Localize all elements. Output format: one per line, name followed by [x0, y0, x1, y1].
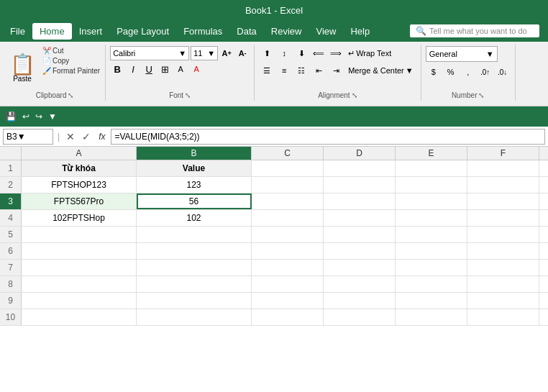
- cell-reference-box[interactable]: B3 ▼: [3, 129, 53, 145]
- indent-increase-button[interactable]: ⟹: [328, 46, 344, 60]
- cell-a4[interactable]: 102FPTSHop: [22, 210, 137, 226]
- rtl-button[interactable]: ⇤: [311, 63, 326, 78]
- paste-button[interactable]: 📋 Paste: [7, 46, 37, 91]
- cell-f1[interactable]: [467, 160, 539, 176]
- number-format-selector[interactable]: General ▼: [426, 46, 498, 62]
- cell-b9[interactable]: [137, 293, 252, 309]
- cell-c6[interactable]: [252, 243, 324, 259]
- decrease-font-button[interactable]: A-: [235, 46, 250, 60]
- cell-d6[interactable]: [324, 243, 396, 259]
- cell-f3[interactable]: [467, 193, 539, 209]
- cell-b1[interactable]: Value: [137, 160, 252, 176]
- col-header-f[interactable]: F: [467, 147, 539, 160]
- increase-decimal-button[interactable]: .0↑: [478, 65, 493, 79]
- left-align-button[interactable]: ☰: [259, 63, 275, 78]
- menu-view[interactable]: View: [309, 23, 343, 40]
- cell-b6[interactable]: [137, 243, 252, 259]
- cell-d1[interactable]: [324, 160, 396, 176]
- cell-c1[interactable]: [252, 160, 324, 176]
- cell-b2[interactable]: 123: [137, 177, 252, 193]
- cell-f8[interactable]: [467, 276, 539, 292]
- col-header-e[interactable]: E: [396, 147, 467, 160]
- cancel-formula-button[interactable]: ✕: [64, 131, 77, 142]
- cell-a9[interactable]: [22, 293, 137, 309]
- cell-a7[interactable]: [22, 260, 137, 275]
- cell-e8[interactable]: [396, 276, 467, 292]
- underline-button[interactable]: U: [142, 62, 156, 76]
- menu-page-layout[interactable]: Page Layout: [109, 23, 176, 40]
- cell-d7[interactable]: [324, 260, 396, 275]
- menu-insert[interactable]: Insert: [72, 23, 110, 40]
- confirm-formula-button[interactable]: ✓: [80, 131, 93, 142]
- cell-e6[interactable]: [396, 243, 467, 259]
- cell-a6[interactable]: [22, 243, 137, 259]
- cell-f10[interactable]: [467, 309, 539, 325]
- col-header-b[interactable]: B: [137, 147, 252, 160]
- cell-c8[interactable]: [252, 276, 324, 292]
- cell-b8[interactable]: [137, 276, 252, 292]
- cell-a1[interactable]: Từ khóa: [22, 160, 137, 176]
- cell-d8[interactable]: [324, 276, 396, 292]
- cell-a2[interactable]: FPTSHOP123: [22, 177, 137, 193]
- menu-file[interactable]: File: [3, 23, 32, 40]
- cell-b10[interactable]: [137, 309, 252, 325]
- middle-align-button[interactable]: ↕: [276, 46, 292, 60]
- font-name-selector[interactable]: Calibri ▼: [110, 46, 189, 60]
- cell-a5[interactable]: [22, 227, 137, 242]
- bottom-align-button[interactable]: ⬇: [293, 46, 309, 60]
- cell-e2[interactable]: [396, 177, 467, 193]
- cell-e9[interactable]: [396, 293, 467, 309]
- bold-button[interactable]: B: [110, 62, 124, 76]
- cell-d10[interactable]: [324, 309, 396, 325]
- cell-c2[interactable]: [252, 177, 324, 193]
- col-header-d[interactable]: D: [324, 147, 396, 160]
- decrease-decimal-button[interactable]: .0↓: [495, 65, 511, 79]
- cut-button[interactable]: ✂️ Cut: [40, 46, 102, 55]
- menu-data[interactable]: Data: [229, 23, 263, 40]
- cell-f6[interactable]: [467, 243, 539, 259]
- percent-button[interactable]: %: [443, 65, 459, 79]
- cell-e1[interactable]: [396, 160, 467, 176]
- cell-c5[interactable]: [252, 227, 324, 242]
- cell-e5[interactable]: [396, 227, 467, 242]
- indent-decrease-button[interactable]: ⟸: [311, 46, 326, 60]
- cell-e10[interactable]: [396, 309, 467, 325]
- menu-review[interactable]: Review: [264, 23, 309, 40]
- ltr-button[interactable]: ⇥: [328, 63, 344, 78]
- cell-d9[interactable]: [324, 293, 396, 309]
- cell-b4[interactable]: 102: [137, 210, 252, 226]
- wrap-text-button[interactable]: ↵ Wrap Text: [345, 46, 394, 60]
- cell-b7[interactable]: [137, 260, 252, 275]
- cell-e3[interactable]: [396, 193, 467, 209]
- merge-center-button[interactable]: Merge & Center ▼: [345, 63, 416, 78]
- customize-quick-access[interactable]: ▼: [47, 110, 58, 123]
- cell-d5[interactable]: [324, 227, 396, 242]
- cell-f2[interactable]: [467, 177, 539, 193]
- cell-d3[interactable]: [324, 193, 396, 209]
- cell-b3[interactable]: 56: [137, 193, 252, 209]
- search-placeholder[interactable]: Tell me what you want to do: [429, 27, 527, 35]
- cell-c4[interactable]: [252, 210, 324, 226]
- font-expand-icon[interactable]: ⤡: [185, 91, 191, 99]
- cell-d4[interactable]: [324, 210, 396, 226]
- cell-c7[interactable]: [252, 260, 324, 275]
- clipboard-expand-icon[interactable]: ⤡: [68, 91, 73, 99]
- font-color-button[interactable]: A: [189, 62, 204, 76]
- alignment-expand-icon[interactable]: ⤡: [352, 91, 357, 99]
- cell-d2[interactable]: [324, 177, 396, 193]
- cell-a8[interactable]: [22, 276, 137, 292]
- cell-c9[interactable]: [252, 293, 324, 309]
- menu-formulas[interactable]: Formulas: [176, 23, 229, 40]
- right-align-button[interactable]: ☷: [293, 63, 309, 78]
- cell-f7[interactable]: [467, 260, 539, 275]
- cell-f5[interactable]: [467, 227, 539, 242]
- cell-a3[interactable]: FPTS567Pro: [22, 193, 137, 209]
- save-button[interactable]: 💾: [4, 110, 18, 123]
- currency-button[interactable]: $: [426, 65, 442, 79]
- top-align-button[interactable]: ⬆: [259, 46, 275, 60]
- menu-help[interactable]: Help: [343, 23, 377, 40]
- number-expand-icon[interactable]: ⤡: [478, 91, 484, 99]
- center-align-button[interactable]: ≡: [276, 63, 292, 78]
- cell-a10[interactable]: [22, 309, 137, 325]
- italic-button[interactable]: I: [126, 62, 140, 76]
